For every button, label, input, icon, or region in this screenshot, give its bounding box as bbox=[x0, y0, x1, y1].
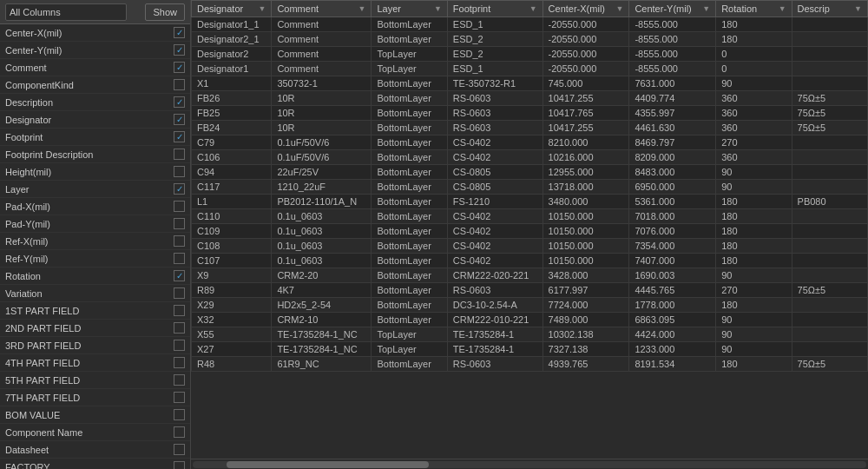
table-row[interactable]: X29HD2x5_2-54BottomLayerDC3-10-2.54-A772… bbox=[192, 298, 868, 313]
column-item[interactable]: ComponentKind bbox=[0, 76, 190, 94]
table-row[interactable]: R4861R9_NCBottomLayerRS-06034939.7658191… bbox=[192, 357, 868, 372]
table-row[interactable]: C1171210_22uFBottomLayerCS-080513718.000… bbox=[192, 180, 868, 195]
column-item[interactable]: Footprint Description bbox=[0, 146, 190, 163]
column-checkbox[interactable] bbox=[174, 114, 185, 125]
column-checkbox[interactable] bbox=[174, 183, 185, 195]
table-row[interactable]: C1100.1u_0603BottomLayerCS-040210150.000… bbox=[192, 209, 868, 224]
column-item[interactable]: Description bbox=[0, 94, 190, 111]
column-item[interactable]: Center-Y(mil) bbox=[0, 42, 190, 59]
table-header-footprint[interactable]: Footprint▼ bbox=[447, 1, 542, 17]
column-checkbox[interactable] bbox=[174, 62, 185, 73]
column-item[interactable]: Footprint bbox=[0, 129, 190, 146]
column-checkbox[interactable] bbox=[174, 79, 185, 90]
table-row[interactable]: X32CRM2-10BottomLayerCRM222-010-2217489.… bbox=[192, 313, 868, 327]
table-header-comment[interactable]: Comment▼ bbox=[272, 1, 372, 17]
column-item[interactable]: Comment bbox=[0, 59, 190, 76]
column-item[interactable]: Height(mil) bbox=[0, 163, 190, 181]
column-checkbox[interactable] bbox=[174, 201, 185, 212]
all-columns-dropdown[interactable]: All Columns bbox=[5, 3, 127, 21]
table-header-layer[interactable]: Layer▼ bbox=[372, 1, 447, 17]
column-item[interactable]: Component Name bbox=[0, 424, 190, 441]
scrollbar-thumb[interactable] bbox=[227, 461, 429, 468]
column-item[interactable]: Datasheet bbox=[0, 441, 190, 459]
column-checkbox[interactable] bbox=[174, 235, 185, 247]
table-row[interactable]: L1PB2012-110/1A_NBottomLayerFS-12103480.… bbox=[192, 195, 868, 209]
table-row[interactable]: R894K7BottomLayerRS-06036177.9974445.765… bbox=[192, 283, 868, 298]
column-checkbox[interactable] bbox=[174, 322, 185, 334]
table-row[interactable]: Designator2CommentTopLayerESD_2-20550.00… bbox=[192, 47, 868, 62]
column-checkbox[interactable] bbox=[174, 357, 185, 368]
column-checkbox[interactable] bbox=[174, 131, 185, 142]
column-item[interactable]: FACTORY bbox=[0, 459, 190, 469]
sort-icon: ▼ bbox=[854, 4, 862, 13]
table-row[interactable]: Designator1_1CommentBottomLayerESD_1-205… bbox=[192, 17, 868, 32]
table-header-center-y-mil-[interactable]: Center-Y(mil)▼ bbox=[629, 1, 716, 17]
sort-icon: ▼ bbox=[434, 4, 442, 13]
column-checkbox[interactable] bbox=[174, 409, 185, 420]
column-checkbox[interactable] bbox=[174, 374, 185, 386]
column-checkbox[interactable] bbox=[174, 96, 185, 108]
table-row[interactable]: C9422uF/25VBottomLayerCS-080512955.00084… bbox=[192, 165, 868, 180]
column-item[interactable]: Rotation bbox=[0, 268, 190, 285]
sort-icon: ▼ bbox=[358, 4, 366, 13]
column-item[interactable]: 3RD PART FIELD bbox=[0, 337, 190, 354]
column-item[interactable]: Variation bbox=[0, 285, 190, 302]
column-checkbox[interactable] bbox=[174, 305, 185, 316]
table-row[interactable]: FB2610RBottomLayerRS-060310417.2554409.7… bbox=[192, 91, 868, 106]
table-row[interactable]: X55TE-1735284-1_NCTopLayerTE-1735284-110… bbox=[192, 327, 868, 342]
show-button[interactable]: Show bbox=[145, 3, 185, 21]
column-checkbox[interactable] bbox=[174, 444, 185, 455]
column-checkbox[interactable] bbox=[174, 253, 185, 264]
column-checkbox[interactable] bbox=[174, 149, 185, 160]
horizontal-scrollbar[interactable] bbox=[193, 461, 866, 468]
table-row[interactable]: C790.1uF/50V/6BottomLayerCS-04028210.000… bbox=[192, 135, 868, 150]
table-row[interactable]: C1060.1uF/50V/6BottomLayerCS-040210216.0… bbox=[192, 150, 868, 165]
table-cell: 5361.000 bbox=[629, 195, 716, 209]
table-cell bbox=[792, 298, 867, 313]
column-item[interactable]: 5TH PART FIELD bbox=[0, 372, 190, 389]
column-item[interactable]: Center-X(mil) bbox=[0, 24, 190, 42]
column-item[interactable]: Designator bbox=[0, 111, 190, 129]
table-row[interactable]: X27TE-1735284-1_NCTopLayerTE-1735284-173… bbox=[192, 342, 868, 357]
column-checkbox[interactable] bbox=[174, 27, 185, 38]
column-item[interactable]: 7TH PART FIELD bbox=[0, 389, 190, 406]
table-row[interactable]: X9CRM2-20BottomLayerCRM222-020-2213428.0… bbox=[192, 268, 868, 283]
table-row[interactable]: X1350732-1BottomLayerTE-350732-R1745.000… bbox=[192, 76, 868, 91]
column-item[interactable]: 2ND PART FIELD bbox=[0, 320, 190, 337]
column-checkbox[interactable] bbox=[174, 44, 185, 56]
table-cell: 10R bbox=[272, 91, 372, 106]
column-checkbox[interactable] bbox=[174, 287, 185, 299]
table-header-designator[interactable]: Designator▼ bbox=[192, 1, 272, 17]
column-item[interactable]: Ref-Y(mil) bbox=[0, 250, 190, 268]
column-checkbox[interactable] bbox=[174, 218, 185, 229]
table-cell: 90 bbox=[716, 313, 792, 327]
column-item[interactable]: Layer bbox=[0, 181, 190, 198]
table-row[interactable]: Designator1CommentTopLayerESD_1-20550.00… bbox=[192, 62, 868, 76]
column-item[interactable]: BOM VALUE bbox=[0, 406, 190, 424]
table-cell: RS-0603 bbox=[447, 283, 542, 298]
table-wrapper[interactable]: Designator▼Comment▼Layer▼Footprint▼Cente… bbox=[191, 0, 868, 459]
column-checkbox[interactable] bbox=[174, 270, 185, 281]
column-checkbox[interactable] bbox=[174, 392, 185, 403]
column-item[interactable]: 4TH PART FIELD bbox=[0, 354, 190, 372]
table-cell: BottomLayer bbox=[372, 165, 447, 180]
column-item[interactable]: Pad-Y(mil) bbox=[0, 215, 190, 233]
table-row[interactable]: C1070.1u_0603BottomLayerCS-040210150.000… bbox=[192, 254, 868, 268]
column-checkbox[interactable] bbox=[174, 340, 185, 351]
table-header-center-x-mil-[interactable]: Center-X(mil)▼ bbox=[542, 1, 629, 17]
table-header-descrip[interactable]: Descrip▼ bbox=[792, 1, 867, 17]
table-header-rotation[interactable]: Rotation▼ bbox=[716, 1, 792, 17]
column-checkbox[interactable] bbox=[174, 426, 185, 438]
table-row[interactable]: FB2410RBottomLayerRS-060310417.2554461.6… bbox=[192, 121, 868, 135]
table-cell: 1210_22uF bbox=[272, 180, 372, 195]
table-cell: 1778.000 bbox=[629, 298, 716, 313]
column-checkbox[interactable] bbox=[174, 461, 185, 469]
table-row[interactable]: C1080.1u_0603BottomLayerCS-040210150.000… bbox=[192, 239, 868, 254]
column-checkbox[interactable] bbox=[174, 166, 185, 177]
column-item[interactable]: Pad-X(mil) bbox=[0, 198, 190, 215]
column-item[interactable]: Ref-X(mil) bbox=[0, 233, 190, 250]
column-item[interactable]: 1ST PART FIELD bbox=[0, 302, 190, 320]
table-row[interactable]: C1090.1u_0603BottomLayerCS-040210150.000… bbox=[192, 224, 868, 239]
table-row[interactable]: FB2510RBottomLayerRS-060310417.7654355.9… bbox=[192, 106, 868, 121]
table-row[interactable]: Designator2_1CommentBottomLayerESD_2-205… bbox=[192, 32, 868, 47]
